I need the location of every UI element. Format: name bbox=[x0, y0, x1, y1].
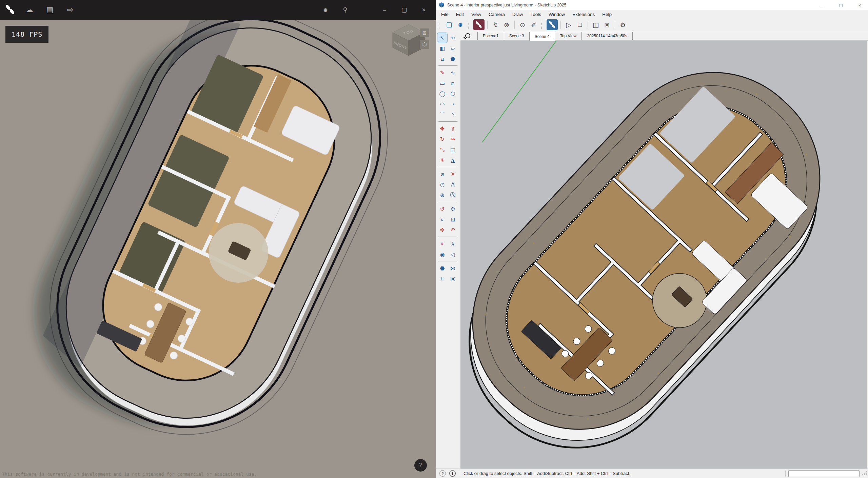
scan-essentials-tool[interactable]: ⬣ bbox=[437, 263, 448, 274]
search-scenes-icon[interactable] bbox=[465, 33, 470, 38]
move-tool[interactable]: ✥ bbox=[437, 123, 448, 134]
follow-me-tool[interactable]: ↪ bbox=[448, 134, 458, 144]
camera-remove-button[interactable]: ⊠ bbox=[420, 28, 429, 37]
geolocation-icon[interactable]: ? bbox=[439, 470, 446, 477]
scene-tab[interactable]: Scene 3 bbox=[504, 32, 530, 40]
line-tool[interactable]: ✎ bbox=[437, 67, 448, 78]
menu-item[interactable]: Camera bbox=[485, 11, 509, 18]
toolbar-separator bbox=[615, 21, 615, 29]
menu-item[interactable]: Extensions bbox=[569, 11, 598, 18]
view-cube-graphic: TOP FRONT bbox=[390, 22, 427, 56]
app-logo-icon[interactable] bbox=[5, 5, 16, 15]
resize-grip[interactable] bbox=[862, 474, 863, 475]
walk-tool[interactable]: λ bbox=[448, 239, 458, 249]
weather-icon[interactable]: ☁ bbox=[24, 4, 35, 16]
play-button[interactable]: ▷ bbox=[564, 20, 574, 30]
rotate-tool[interactable]: ↻ bbox=[437, 134, 448, 144]
protractor-tool[interactable]: ◴ bbox=[437, 179, 448, 190]
three-d-text-tool[interactable]: Ⓐ bbox=[448, 190, 458, 200]
pin-icon[interactable]: ⚲ bbox=[339, 4, 351, 16]
layers-export-tool[interactable]: ≋ bbox=[437, 274, 448, 284]
arc-tool[interactable]: ◠ bbox=[437, 99, 448, 109]
remove-camera-button[interactable]: ⊠ bbox=[602, 20, 612, 30]
isometric-view-button[interactable]: ⬡ bbox=[420, 40, 429, 49]
lasso-tool[interactable]: ↬ bbox=[448, 33, 458, 43]
menu-item[interactable]: Help bbox=[598, 11, 615, 18]
measurements-input[interactable] bbox=[788, 470, 860, 477]
brush-button[interactable]: ✐ bbox=[529, 20, 539, 30]
previous-view-tool[interactable]: ↶ bbox=[448, 225, 458, 235]
dimension-tool[interactable]: ✕ bbox=[448, 169, 458, 179]
offset-tool[interactable]: ◱ bbox=[448, 144, 458, 155]
scene-tab[interactable]: Escena1 bbox=[477, 32, 504, 40]
menu-bar: FileEditViewCameraDrawToolsWindowExtensi… bbox=[436, 10, 868, 19]
scene-tab[interactable]: Scene 4 bbox=[529, 32, 555, 41]
image-export-icon[interactable]: ⇨ bbox=[64, 4, 76, 16]
push-pull-tool[interactable]: ⇧ bbox=[448, 123, 458, 134]
minimize-icon[interactable]: – bbox=[379, 4, 390, 16]
menu-item[interactable]: Tools bbox=[527, 11, 545, 18]
pie-tool[interactable]: ◔ bbox=[448, 99, 458, 109]
stop-button[interactable]: □ bbox=[575, 20, 585, 30]
scale-tool[interactable]: ⤡ bbox=[437, 144, 448, 155]
close-icon[interactable]: × bbox=[418, 4, 430, 16]
settings-button[interactable]: ⚙ bbox=[618, 20, 628, 30]
cancel-render-button[interactable]: ⊗ bbox=[501, 20, 512, 30]
text-tool[interactable]: A bbox=[448, 179, 458, 190]
component-tool[interactable]: ⧈ bbox=[437, 54, 448, 64]
maximize-icon[interactable]: ▢ bbox=[398, 4, 410, 16]
tape-measure-tool[interactable]: ⌀ bbox=[437, 169, 448, 179]
scene-tab[interactable]: 20250114 14h43m50s bbox=[581, 32, 633, 40]
palette-separator bbox=[437, 64, 459, 67]
account-icon[interactable]: ☻ bbox=[320, 4, 331, 16]
scene-tab-bar: Escena1Scene 3Scene 4Top View20250114 14… bbox=[460, 31, 868, 41]
mesh-simplify-tool[interactable]: ⋈ bbox=[448, 263, 458, 274]
menu-item[interactable]: Window bbox=[545, 11, 569, 18]
flip-tool[interactable]: ◮ bbox=[448, 155, 458, 165]
look-around-tool[interactable]: ◉ bbox=[437, 249, 448, 260]
eraser-tool[interactable]: ▱ bbox=[448, 43, 458, 54]
info-icon[interactable]: i bbox=[449, 470, 456, 477]
menu-item[interactable]: Edit bbox=[452, 11, 468, 18]
circle-tool[interactable]: ◯ bbox=[437, 88, 448, 99]
freehand-tool[interactable]: ∿ bbox=[448, 67, 458, 78]
close-icon[interactable]: × bbox=[856, 2, 863, 8]
flash-render-button[interactable]: ↯ bbox=[490, 20, 500, 30]
scene-tab[interactable]: Top View bbox=[555, 32, 582, 40]
live-sync-button[interactable] bbox=[547, 19, 558, 30]
zoom-window-tool[interactable]: ⊡ bbox=[448, 214, 458, 225]
render-viewport[interactable] bbox=[0, 20, 436, 478]
position-camera-tool[interactable]: ⌖ bbox=[437, 239, 448, 249]
light-button[interactable]: ⊙ bbox=[517, 20, 528, 30]
zoom-extents-tool[interactable]: ✜ bbox=[437, 225, 448, 235]
add-collaborator-button[interactable]: ☻ bbox=[455, 20, 466, 30]
rotated-rectangle-tool[interactable]: ⧄ bbox=[448, 78, 458, 88]
help-button[interactable]: ? bbox=[414, 459, 427, 472]
image-adjust-icon[interactable]: ▤ bbox=[44, 4, 56, 16]
main-toolbar: ❏ ☻ ↯ ⊗ bbox=[436, 19, 868, 31]
orbit-tool[interactable]: ↺ bbox=[437, 204, 448, 214]
polygon-tool[interactable]: ⬡ bbox=[448, 88, 458, 99]
mesh-settings-tool[interactable]: ⋉ bbox=[448, 274, 458, 284]
menu-item[interactable]: File bbox=[437, 11, 452, 18]
paint-bucket-tool[interactable]: ◧ bbox=[437, 43, 448, 54]
record-camera-button[interactable]: ◫ bbox=[591, 20, 601, 30]
axes-tool[interactable]: ✳ bbox=[437, 155, 448, 165]
select-tool[interactable]: ↖ bbox=[437, 33, 448, 43]
rectangle-tool[interactable]: ▭ bbox=[437, 78, 448, 88]
field-of-view-tool[interactable]: ◁ bbox=[448, 249, 458, 260]
menu-item[interactable]: View bbox=[468, 11, 485, 18]
two-point-arc-tool[interactable]: ⌒ bbox=[437, 109, 448, 120]
three-point-arc-tool[interactable]: ◝ bbox=[448, 109, 458, 120]
minimize-icon[interactable]: – bbox=[818, 2, 825, 8]
pan-tool[interactable]: ✣ bbox=[448, 204, 458, 214]
new-document-button[interactable]: ❏ bbox=[444, 20, 454, 30]
menu-item[interactable]: Draw bbox=[509, 11, 527, 18]
toolbar-separator bbox=[560, 21, 561, 29]
model-viewport[interactable] bbox=[460, 41, 867, 469]
tag-tool[interactable]: ⬟ bbox=[448, 54, 458, 64]
zoom-tool[interactable]: ⌕ bbox=[437, 214, 448, 225]
render-plugin-button[interactable] bbox=[473, 19, 485, 30]
north-arrow-tool[interactable]: ⊕ bbox=[437, 190, 448, 200]
maximize-icon[interactable]: □ bbox=[837, 2, 844, 8]
